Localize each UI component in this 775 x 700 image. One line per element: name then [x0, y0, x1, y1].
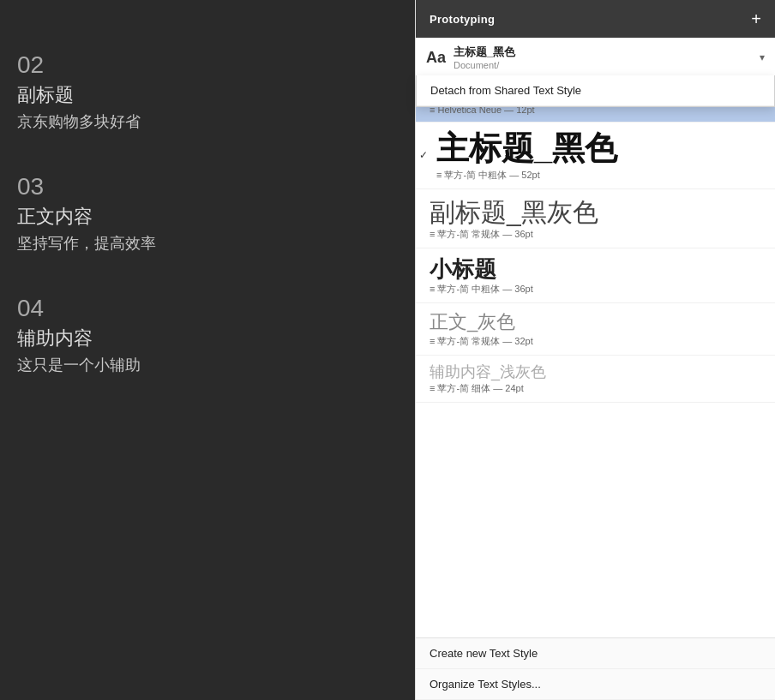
panel-add-button[interactable]: +	[751, 10, 761, 27]
style-list-item-small-title[interactable]: 小标题 ≡ 苹方-简 中粗体 — 36pt	[416, 248, 775, 304]
panel-title: Prototyping	[430, 13, 495, 26]
dropdown-arrow-icon[interactable]: ▾	[760, 51, 765, 63]
chinese-text-content: 02 副标题 京东购物多块好省 03 正文内容 坚持写作，提高效率 04 辅助内…	[17, 51, 156, 416]
section-title-04: 辅助内容	[17, 326, 156, 351]
section-title-03: 正文内容	[17, 204, 156, 230]
checkmark-icon: ✓	[419, 149, 428, 161]
small-title-meta: ≡ 苹方-简 中粗体 — 36pt	[430, 283, 761, 296]
section-sub-04: 这只是一个小辅助	[17, 355, 156, 375]
panel-content: Aa 主标题_黑色 Document/ ▾ Detach from Shared…	[416, 38, 775, 700]
sub-title-name: 副标题_黑灰色	[430, 198, 761, 226]
organize-text-styles-button[interactable]: Organize Text Styles...	[416, 669, 775, 700]
style-list-item-body-text[interactable]: 正文_灰色 ≡ 苹方-简 常规体 — 32pt	[416, 303, 775, 355]
small-title-name: 小标题	[430, 257, 761, 282]
aux-text-name: 辅助内容_浅灰色	[430, 364, 761, 381]
style-list: Sketch Measure/Property ≡ Helvetica Neue…	[416, 78, 775, 637]
section-sub-03: 坚持写作，提高效率	[17, 233, 156, 254]
section-02: 02 副标题 京东购物多块好省	[17, 51, 156, 132]
section-num-04: 04	[17, 295, 156, 322]
style-list-item-sub-title[interactable]: 副标题_黑灰色 ≡ 苹方-简 常规体 — 36pt	[416, 189, 775, 248]
right-panel: Prototyping + Aa 主标题_黑色 Document/ ▾ Deta…	[415, 0, 775, 700]
style-list-item-aux-text[interactable]: 辅助内容_浅灰色 ≡ 苹方-简 细体 — 24pt	[416, 356, 775, 404]
panel-header: Prototyping +	[416, 0, 775, 38]
section-04: 04 辅助内容 这只是一个小辅助	[17, 295, 156, 375]
body-text-meta: ≡ 苹方-简 常规体 — 32pt	[430, 335, 761, 348]
detach-menu: Detach from Shared Text Style	[416, 75, 775, 107]
create-new-text-style-button[interactable]: Create new Text Style	[416, 638, 775, 669]
section-num-03: 03	[17, 173, 156, 200]
section-sub-02: 京东购物多块好省	[17, 111, 156, 132]
section-num-02: 02	[17, 51, 156, 79]
detach-from-shared-style-item[interactable]: Detach from Shared Text Style	[417, 75, 774, 106]
aa-icon: Aa	[426, 49, 447, 67]
body-text-name: 正文_灰色	[430, 312, 761, 332]
current-style-path: Document/	[454, 60, 753, 70]
main-title-name: 主标题_黑色	[436, 131, 761, 167]
main-title-meta: ≡ 苹方-简 中粗体 — 52pt	[436, 169, 761, 182]
left-background: 02 副标题 京东购物多块好省 03 正文内容 坚持写作，提高效率 04 辅助内…	[0, 0, 420, 700]
style-selector-row[interactable]: Aa 主标题_黑色 Document/ ▾ Detach from Shared…	[416, 38, 775, 78]
section-title-02: 副标题	[17, 82, 156, 108]
aux-text-meta: ≡ 苹方-简 细体 — 24pt	[430, 382, 761, 395]
style-list-footer: Create new Text Style Organize Text Styl…	[416, 637, 775, 700]
style-list-item-main-title[interactable]: ✓ 主标题_黑色 ≡ 苹方-简 中粗体 — 52pt	[416, 123, 775, 189]
style-name-block: 主标题_黑色 Document/	[454, 45, 753, 70]
sub-title-meta: ≡ 苹方-简 常规体 — 36pt	[430, 228, 761, 241]
current-style-name: 主标题_黑色	[454, 45, 753, 60]
section-03: 03 正文内容 坚持写作，提高效率	[17, 173, 156, 254]
